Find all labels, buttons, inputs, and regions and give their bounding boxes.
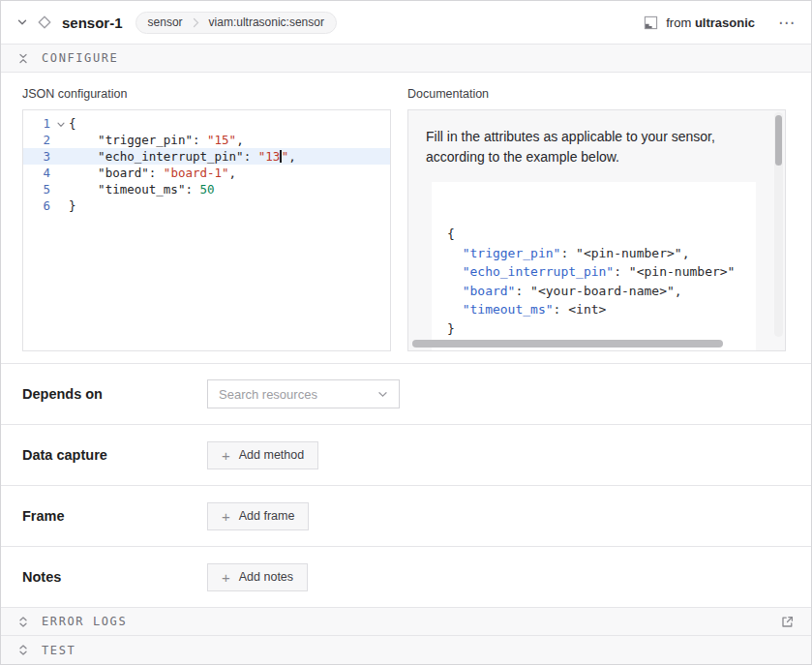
doc-code-line: {	[447, 225, 756, 244]
error-logs-section-label: ERROR LOGS	[42, 615, 127, 628]
badge-type: sensor	[148, 15, 183, 29]
line-number: 5	[23, 181, 52, 197]
documentation-code-block: { "trigger_pin": "<pin-number>", "echo_i…	[432, 182, 756, 351]
configure-body: JSON configuration 1{2 "trigger_pin": "1…	[1, 73, 811, 363]
fold-gutter	[52, 148, 69, 165]
depends-on-select[interactable]: Search resources	[207, 379, 400, 408]
fold-gutter	[52, 165, 69, 181]
fold-chevron-icon[interactable]	[52, 115, 69, 132]
documentation-panel: Fill in the attributes as applicable to …	[407, 109, 786, 351]
line-number: 4	[23, 165, 52, 181]
editor-line-content: "trigger_pin": "15",	[69, 132, 390, 148]
error-logs-section-bar[interactable]: ERROR LOGS	[1, 607, 811, 636]
editor-line-content: "timeout_ms": 50	[69, 181, 390, 197]
test-section-label: TEST	[42, 644, 75, 657]
notes-row: Notes + Add notes	[1, 546, 811, 607]
fold-gutter	[52, 197, 69, 214]
doc-code-line: "echo_interrupt_pin": "<pin-number>"	[447, 262, 756, 282]
line-number: 2	[23, 132, 52, 148]
badge-model: viam:ultrasonic:sensor	[209, 15, 324, 29]
doc-code-line: "timeout_ms": <int>	[447, 300, 756, 319]
editor-line: 2 "trigger_pin": "15",	[23, 132, 390, 148]
json-configuration-label: JSON configuration	[22, 87, 391, 101]
line-number: 1	[23, 115, 52, 132]
configure-section-bar[interactable]: CONFIGURE	[1, 44, 811, 73]
expand-section-icon	[17, 616, 29, 628]
editor-line: 3 "echo_interrupt_pin": "13",	[23, 148, 390, 165]
data-capture-row: Data capture + Add method	[1, 424, 811, 485]
doc-code-line: "trigger_pin": "<pin-number>",	[447, 244, 756, 263]
frame-label: Frame	[22, 508, 207, 524]
documentation-label: Documentation	[407, 87, 786, 101]
sensor-component-icon	[38, 15, 51, 29]
collapse-card-button[interactable]	[16, 16, 28, 28]
footer-sections: ERROR LOGS TEST	[1, 607, 811, 664]
documentation-intro-text: Fill in the attributes as applicable to …	[426, 127, 752, 167]
chevron-down-icon	[377, 389, 388, 400]
depends-on-row: Depends on Search resources	[1, 363, 811, 424]
plus-icon: +	[222, 448, 230, 463]
chevron-right-icon	[192, 17, 200, 28]
select-placeholder: Search resources	[219, 387, 317, 402]
depends-on-label: Depends on	[22, 386, 207, 402]
data-capture-label: Data capture	[22, 447, 207, 463]
panel-vertical-scrollbar[interactable]	[774, 112, 783, 337]
doc-code-lines: { "trigger_pin": "<pin-number>", "echo_i…	[447, 225, 756, 338]
module-name: ultrasonic	[695, 15, 755, 30]
scrollbar-thumb[interactable]	[775, 115, 782, 166]
resource-header: sensor-1 sensor viam:ultrasonic:sensor f…	[1, 1, 811, 44]
notes-label: Notes	[22, 569, 207, 585]
add-notes-button[interactable]: + Add notes	[207, 563, 308, 591]
resource-card: sensor-1 sensor viam:ultrasonic:sensor f…	[0, 0, 812, 665]
add-method-button[interactable]: + Add method	[207, 441, 318, 469]
editor-line: 4 "board": "board-1",	[23, 165, 390, 181]
from-module-label: from ultrasonic	[666, 15, 755, 30]
doc-code-line: "board": "<your-board-name>",	[447, 282, 756, 301]
chevron-down-icon	[16, 16, 28, 28]
external-link-icon[interactable]	[780, 615, 795, 629]
resource-name: sensor-1	[62, 15, 123, 31]
plus-icon: +	[222, 570, 230, 585]
json-editor-lines: 1{2 "trigger_pin": "15",3 "echo_interrup…	[23, 115, 390, 214]
editor-line-content: {	[69, 115, 390, 132]
doc-code-line: }	[447, 319, 756, 339]
json-editor[interactable]: 1{2 "trigger_pin": "15",3 "echo_interrup…	[22, 109, 391, 351]
editor-line: 5 "timeout_ms": 50	[23, 181, 390, 197]
line-number: 6	[23, 197, 52, 214]
plus-icon: +	[222, 509, 230, 524]
more-options-button[interactable]: ⋯	[778, 15, 796, 31]
editor-line: 6}	[23, 197, 390, 214]
editor-line-content: }	[69, 197, 390, 214]
line-number: 3	[23, 148, 52, 165]
fold-gutter	[52, 132, 69, 148]
panel-horizontal-scrollbar[interactable]	[412, 340, 723, 348]
frame-row: Frame + Add frame	[1, 485, 811, 546]
editor-line-content: "board": "board-1",	[69, 165, 390, 181]
expand-section-icon	[17, 644, 29, 656]
configure-section-label: CONFIGURE	[42, 51, 118, 65]
collapse-section-icon	[17, 52, 29, 65]
module-icon	[644, 15, 658, 30]
resource-type-badge: sensor viam:ultrasonic:sensor	[135, 12, 337, 34]
editor-line: 1{	[23, 115, 390, 132]
fold-gutter	[52, 181, 69, 197]
add-frame-button[interactable]: + Add frame	[207, 502, 309, 530]
test-section-bar[interactable]: TEST	[1, 636, 811, 664]
editor-line-content: "echo_interrupt_pin": "13",	[69, 148, 390, 165]
